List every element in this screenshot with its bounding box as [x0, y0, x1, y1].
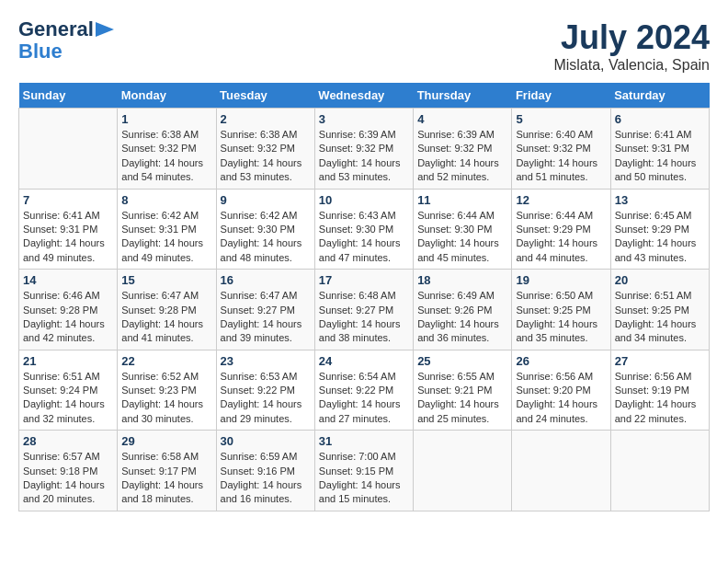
table-row: 18Sunrise: 6:49 AM Sunset: 9:26 PM Dayli… [414, 270, 512, 350]
date-number: 15 [121, 273, 211, 287]
date-number: 11 [417, 193, 507, 207]
date-number: 20 [615, 273, 705, 287]
table-row: 19Sunrise: 6:50 AM Sunset: 9:25 PM Dayli… [512, 270, 610, 350]
date-number: 4 [417, 112, 507, 126]
cell-info: Sunrise: 6:48 AM Sunset: 9:27 PM Dayligh… [319, 289, 409, 346]
table-row: 16Sunrise: 6:47 AM Sunset: 9:27 PM Dayli… [216, 270, 314, 350]
cell-info: Sunrise: 6:42 AM Sunset: 9:31 PM Dayligh… [121, 209, 211, 266]
date-number: 31 [319, 434, 409, 448]
table-row: 4Sunrise: 6:39 AM Sunset: 9:32 PM Daylig… [414, 109, 512, 190]
date-number: 12 [516, 193, 606, 207]
col-thursday: Thursday [414, 83, 512, 109]
cell-info: Sunrise: 6:43 AM Sunset: 9:30 PM Dayligh… [319, 209, 409, 266]
table-row: 23Sunrise: 6:53 AM Sunset: 9:22 PM Dayli… [216, 350, 314, 431]
date-number: 24 [319, 354, 409, 368]
table-row: 2Sunrise: 6:38 AM Sunset: 9:32 PM Daylig… [216, 109, 314, 190]
table-row: 13Sunrise: 6:45 AM Sunset: 9:29 PM Dayli… [610, 189, 709, 270]
date-number: 22 [121, 354, 211, 368]
table-row: 1Sunrise: 6:38 AM Sunset: 9:32 PM Daylig… [118, 109, 216, 190]
table-row: 17Sunrise: 6:48 AM Sunset: 9:27 PM Dayli… [314, 270, 413, 350]
date-number: 21 [23, 354, 113, 368]
cell-info: Sunrise: 6:47 AM Sunset: 9:28 PM Dayligh… [121, 289, 211, 346]
cell-info: Sunrise: 6:40 AM Sunset: 9:32 PM Dayligh… [516, 128, 606, 185]
date-number: 2 [221, 112, 311, 126]
svg-marker-0 [96, 22, 114, 37]
table-row: 7Sunrise: 6:41 AM Sunset: 9:31 PM Daylig… [19, 189, 118, 270]
cell-info: Sunrise: 7:00 AM Sunset: 9:15 PM Dayligh… [319, 450, 409, 507]
date-number: 14 [23, 273, 113, 287]
table-row: 30Sunrise: 6:59 AM Sunset: 9:16 PM Dayli… [216, 431, 314, 511]
cell-info: Sunrise: 6:39 AM Sunset: 9:32 PM Dayligh… [417, 128, 507, 185]
col-saturday: Saturday [610, 83, 709, 109]
table-row: 27Sunrise: 6:56 AM Sunset: 9:19 PM Dayli… [610, 350, 709, 431]
date-number: 17 [319, 273, 409, 287]
calendar-week-row: 1Sunrise: 6:38 AM Sunset: 9:32 PM Daylig… [19, 109, 710, 190]
cell-info: Sunrise: 6:39 AM Sunset: 9:32 PM Dayligh… [319, 128, 409, 185]
table-row: 5Sunrise: 6:40 AM Sunset: 9:32 PM Daylig… [512, 109, 610, 190]
date-number: 29 [121, 434, 211, 448]
table-row: 25Sunrise: 6:55 AM Sunset: 9:21 PM Dayli… [414, 350, 512, 431]
table-row: 9Sunrise: 6:42 AM Sunset: 9:30 PM Daylig… [216, 189, 314, 270]
date-number: 7 [23, 193, 113, 207]
table-row: 28Sunrise: 6:57 AM Sunset: 9:18 PM Dayli… [19, 431, 118, 511]
col-monday: Monday [118, 83, 216, 109]
table-row: 10Sunrise: 6:43 AM Sunset: 9:30 PM Dayli… [314, 189, 413, 270]
date-number: 23 [221, 354, 311, 368]
table-row: 24Sunrise: 6:54 AM Sunset: 9:22 PM Dayli… [314, 350, 413, 431]
col-tuesday: Tuesday [216, 83, 314, 109]
cell-info: Sunrise: 6:38 AM Sunset: 9:32 PM Dayligh… [221, 128, 311, 185]
calendar-header-row: Sunday Monday Tuesday Wednesday Thursday… [19, 83, 710, 109]
cell-info: Sunrise: 6:49 AM Sunset: 9:26 PM Dayligh… [417, 289, 507, 346]
table-row: 3Sunrise: 6:39 AM Sunset: 9:32 PM Daylig… [314, 109, 413, 190]
date-number: 27 [615, 354, 705, 368]
cell-info: Sunrise: 6:58 AM Sunset: 9:17 PM Dayligh… [121, 450, 211, 507]
date-number: 16 [221, 273, 311, 287]
date-number: 19 [516, 273, 606, 287]
cell-info: Sunrise: 6:53 AM Sunset: 9:22 PM Dayligh… [221, 370, 311, 427]
page-subtitle: Mislata, Valencia, Spain [553, 57, 710, 74]
table-row: 14Sunrise: 6:46 AM Sunset: 9:28 PM Dayli… [19, 270, 118, 350]
cell-info: Sunrise: 6:59 AM Sunset: 9:16 PM Dayligh… [221, 450, 311, 507]
table-row: 31Sunrise: 7:00 AM Sunset: 9:15 PM Dayli… [314, 431, 413, 511]
cell-info: Sunrise: 6:42 AM Sunset: 9:30 PM Dayligh… [221, 209, 311, 266]
table-row: 20Sunrise: 6:51 AM Sunset: 9:25 PM Dayli… [610, 270, 709, 350]
title-block: July 2024 Mislata, Valencia, Spain [553, 18, 710, 74]
cell-info: Sunrise: 6:46 AM Sunset: 9:28 PM Dayligh… [23, 289, 113, 346]
cell-info: Sunrise: 6:41 AM Sunset: 9:31 PM Dayligh… [23, 209, 113, 266]
table-row: 26Sunrise: 6:56 AM Sunset: 9:20 PM Dayli… [512, 350, 610, 431]
date-number: 6 [615, 112, 705, 126]
logo: General Blue [18, 18, 116, 63]
cell-info: Sunrise: 6:56 AM Sunset: 9:19 PM Dayligh… [615, 370, 705, 427]
col-friday: Friday [512, 83, 610, 109]
cell-info: Sunrise: 6:56 AM Sunset: 9:20 PM Dayligh… [516, 370, 606, 427]
cell-info: Sunrise: 6:44 AM Sunset: 9:30 PM Dayligh… [417, 209, 507, 266]
col-wednesday: Wednesday [314, 83, 413, 109]
table-row: 29Sunrise: 6:58 AM Sunset: 9:17 PM Dayli… [118, 431, 216, 511]
cell-info: Sunrise: 6:54 AM Sunset: 9:22 PM Dayligh… [319, 370, 409, 427]
table-row: 8Sunrise: 6:42 AM Sunset: 9:31 PM Daylig… [118, 189, 216, 270]
cell-info: Sunrise: 6:47 AM Sunset: 9:27 PM Dayligh… [221, 289, 311, 346]
date-number: 13 [615, 193, 705, 207]
table-row [414, 431, 512, 511]
date-number: 10 [319, 193, 409, 207]
logo-arrow-icon [96, 20, 116, 39]
cell-info: Sunrise: 6:57 AM Sunset: 9:18 PM Dayligh… [23, 450, 113, 507]
cell-info: Sunrise: 6:51 AM Sunset: 9:25 PM Dayligh… [615, 289, 705, 346]
cell-info: Sunrise: 6:44 AM Sunset: 9:29 PM Dayligh… [516, 209, 606, 266]
col-sunday: Sunday [19, 83, 118, 109]
date-number: 5 [516, 112, 606, 126]
calendar-week-row: 21Sunrise: 6:51 AM Sunset: 9:24 PM Dayli… [19, 350, 710, 431]
logo-general: General [18, 18, 94, 40]
table-row: 11Sunrise: 6:44 AM Sunset: 9:30 PM Dayli… [414, 189, 512, 270]
calendar-week-row: 14Sunrise: 6:46 AM Sunset: 9:28 PM Dayli… [19, 270, 710, 350]
table-row: 21Sunrise: 6:51 AM Sunset: 9:24 PM Dayli… [19, 350, 118, 431]
date-number: 8 [121, 193, 211, 207]
page-header: General Blue July 2024 Mislata, Valencia… [18, 18, 710, 74]
table-row [19, 109, 118, 190]
table-row: 12Sunrise: 6:44 AM Sunset: 9:29 PM Dayli… [512, 189, 610, 270]
cell-info: Sunrise: 6:38 AM Sunset: 9:32 PM Dayligh… [121, 128, 211, 185]
date-number: 30 [221, 434, 311, 448]
calendar-week-row: 28Sunrise: 6:57 AM Sunset: 9:18 PM Dayli… [19, 431, 710, 511]
date-number: 26 [516, 354, 606, 368]
calendar-week-row: 7Sunrise: 6:41 AM Sunset: 9:31 PM Daylig… [19, 189, 710, 270]
